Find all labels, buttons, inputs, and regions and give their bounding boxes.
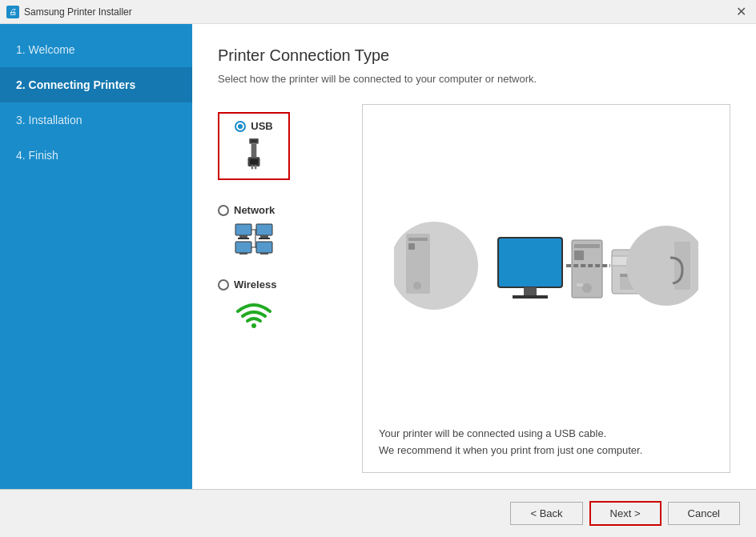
usb-label: USB (251, 120, 272, 132)
cancel-button[interactable]: Cancel (668, 502, 740, 525)
network-icon-svg (234, 222, 278, 254)
svg-point-26 (413, 282, 421, 290)
titlebar: 🖨 Samsung Printer Installer ✕ (0, 0, 756, 24)
preview-image-area (379, 118, 714, 413)
main-container: 1. Welcome 2. Connecting Printers 3. Ins… (0, 24, 756, 489)
preview-description: Your printer will be connected using a U… (379, 426, 714, 459)
titlebar-title: Samsung Printer Installer (24, 6, 132, 18)
next-button[interactable]: Next > (589, 501, 662, 526)
network-icon (234, 222, 278, 254)
svg-rect-7 (235, 224, 251, 235)
bottom-bar: < Back Next > Cancel (0, 489, 756, 537)
option-usb[interactable]: USB (218, 112, 346, 180)
sidebar-item-installation[interactable]: 3. Installation (0, 102, 192, 138)
option-network[interactable]: Network (218, 204, 346, 254)
network-option-header: Network (218, 204, 275, 216)
usb-box: USB (218, 112, 290, 180)
svg-rect-9 (238, 238, 249, 239)
svg-rect-11 (260, 235, 268, 238)
svg-rect-16 (260, 253, 268, 254)
preview-desc-line1: Your printer will be connected using a U… (379, 426, 714, 443)
svg-point-33 (582, 283, 592, 293)
back-button[interactable]: < Back (510, 502, 582, 525)
svg-rect-12 (259, 238, 270, 239)
options-column: USB (218, 104, 346, 473)
svg-rect-24 (408, 238, 428, 241)
svg-rect-29 (513, 295, 548, 299)
svg-rect-10 (256, 224, 272, 235)
preview-panel: Your printer will be connected using a U… (362, 104, 730, 473)
sidebar-item-finish[interactable]: 4. Finish (0, 138, 192, 173)
svg-rect-2 (251, 144, 257, 158)
network-label: Network (234, 204, 275, 216)
usb-radio[interactable] (235, 121, 246, 132)
svg-rect-4 (250, 159, 258, 165)
svg-rect-32 (574, 250, 584, 260)
svg-rect-25 (408, 243, 415, 250)
options-area: USB (218, 104, 730, 473)
svg-rect-34 (577, 283, 583, 287)
page-subtitle: Select how the printer will be connected… (218, 73, 730, 85)
wireless-radio[interactable] (218, 279, 229, 291)
wireless-option-header: Wireless (218, 279, 276, 291)
sidebar: 1. Welcome 2. Connecting Printers 3. Ins… (0, 24, 192, 489)
svg-point-20 (251, 323, 256, 328)
sidebar-item-connecting[interactable]: 2. Connecting Printers (0, 67, 192, 102)
usb-option-header: USB (235, 120, 272, 132)
svg-rect-15 (256, 242, 272, 253)
option-wireless[interactable]: Wireless (218, 279, 346, 329)
wireless-label: Wireless (234, 279, 276, 291)
svg-rect-14 (239, 253, 247, 254)
svg-rect-31 (574, 244, 600, 248)
svg-rect-13 (235, 242, 251, 253)
app-icon: 🖨 (6, 6, 19, 18)
svg-rect-28 (524, 287, 537, 295)
network-radio[interactable] (218, 205, 229, 216)
close-button[interactable]: ✕ (733, 6, 750, 18)
page-title: Printer Connection Type (218, 46, 730, 65)
sidebar-item-welcome[interactable]: 1. Welcome (0, 32, 192, 67)
svg-rect-6 (255, 165, 257, 169)
svg-rect-1 (251, 140, 257, 142)
svg-rect-8 (239, 235, 247, 238)
usb-preview-illustration (394, 194, 698, 338)
usb-plug-icon (242, 138, 266, 170)
wifi-icon-svg (234, 297, 274, 329)
titlebar-left: 🖨 Samsung Printer Installer (6, 6, 132, 18)
svg-rect-5 (251, 165, 254, 169)
content-area: Printer Connection Type Select how the p… (192, 24, 756, 489)
preview-desc-line2: We recommend it when you print from just… (379, 443, 714, 459)
wifi-icon (234, 297, 274, 329)
svg-rect-27 (498, 238, 562, 287)
